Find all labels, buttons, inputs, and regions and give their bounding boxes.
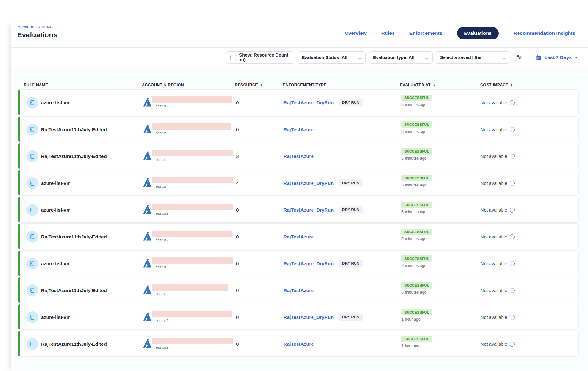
filter-settings-button[interactable]: [513, 52, 525, 63]
redacted-account-name: [152, 284, 228, 291]
cost-impact: Not available i: [481, 251, 515, 276]
redacted-account-name: [152, 311, 232, 317]
table-row[interactable]: RajTestAzure11thJuly-Edited eastus2 0 Ra…: [18, 116, 579, 142]
info-icon[interactable]: i: [510, 181, 515, 186]
rule-name: RajTestAzure11thJuly-Edited: [41, 143, 107, 169]
cost-impact: Not available i: [481, 197, 515, 223]
col-cost-impact[interactable]: COST IMPACT ▲▼: [480, 83, 513, 87]
tab-enforcements[interactable]: Enforcements: [409, 30, 442, 36]
azure-icon: [142, 178, 152, 188]
enforcement-link[interactable]: RajTestAzure: [283, 224, 314, 249]
resource-count: 0: [236, 277, 239, 303]
policy-icon: [26, 204, 38, 216]
show-resource-count-label: Show: Resource Count > 0: [239, 52, 290, 63]
table-row[interactable]: RajTestAzure11thJuly-Edited eastus 0 Raj…: [18, 277, 579, 303]
table-row[interactable]: azure-list-vm eastus2 0 RajTestAzure_Dry…: [18, 89, 579, 115]
rule-name: RajTestAzure11thJuly-Edited: [41, 117, 107, 142]
table-row[interactable]: RajTestAzure11thJuly-Edited eastus2 0 Ra…: [18, 223, 579, 249]
col-resource[interactable]: RESOURCE ▲▼: [235, 83, 263, 87]
evaluated-time: 5 minutes ago: [401, 156, 427, 161]
info-icon[interactable]: i: [510, 100, 515, 105]
cost-impact-text: Not available: [481, 288, 507, 293]
tab-overview[interactable]: Overview: [345, 30, 367, 36]
tab-evaluations[interactable]: Evaluations: [457, 27, 499, 39]
cost-impact: Not available i: [481, 277, 515, 303]
page: Account: CCM-NG Evaluations Overview Rul…: [0, 0, 588, 371]
breadcrumb[interactable]: Account: CCM-NG: [18, 25, 53, 29]
evaluation-status-dropdown[interactable]: Evaluation Status: All ⌄: [298, 51, 366, 64]
info-icon[interactable]: i: [510, 261, 515, 266]
enforcement-link[interactable]: RajTestAzure: [283, 277, 314, 303]
info-icon[interactable]: i: [510, 315, 515, 320]
enforcement-link[interactable]: RajTestAzure_DryRun: [283, 90, 334, 115]
info-icon[interactable]: i: [510, 234, 515, 239]
cost-impact-text: Not available: [481, 100, 507, 105]
region-label: eastus2: [156, 104, 168, 108]
evaluations-table: RULE NAME ACCOUNT & REGION RESOURCE ▲▼ E…: [11, 67, 588, 371]
row-status-accent: [18, 90, 20, 115]
table-row[interactable]: azure-list-vm eastus 0 RajTestAzure_DryR…: [18, 250, 579, 276]
sliders-icon: [515, 54, 522, 61]
info-icon[interactable]: i: [510, 288, 515, 293]
cost-impact-text: Not available: [481, 315, 507, 320]
rule-name: RajTestAzure11thJuly-Edited: [41, 224, 107, 249]
show-resource-count-filter[interactable]: Show: Resource Count > 0: [226, 51, 294, 64]
status-badge: SUCCESSFUL: [401, 121, 432, 128]
region-label: eastus2: [156, 131, 168, 135]
table-rows: azure-list-vm eastus2 0 RajTestAzure_Dry…: [18, 89, 579, 358]
date-range-picker[interactable]: Last 7 Days ▼: [535, 55, 578, 61]
row-status-accent: [18, 224, 20, 249]
table-row[interactable]: azure-list-vm eastus2 0 RajTestAzure_Dry…: [18, 197, 579, 223]
info-icon[interactable]: i: [510, 127, 515, 132]
enforcement-link[interactable]: RajTestAzure_DryRun: [283, 251, 334, 276]
resource-count: 0: [236, 304, 239, 330]
filter-bar: Show: Resource Count > 0 Evaluation Stat…: [11, 48, 578, 67]
region-label: eastus2: [156, 345, 168, 349]
redacted-account-name: [152, 338, 233, 344]
table-row[interactable]: azure-list-vm eastus 4 RajTestAzure_DryR…: [18, 170, 579, 196]
status-badge: SUCCESSFUL: [401, 95, 432, 101]
cost-impact-text: Not available: [481, 234, 507, 239]
dry-run-badge: DRY RUN: [339, 179, 363, 186]
table-header: RULE NAME ACCOUNT & REGION RESOURCE ▲▼ E…: [11, 83, 588, 90]
main-panel: Account: CCM-NG Evaluations Overview Rul…: [11, 21, 588, 371]
tab-rules[interactable]: Rules: [381, 30, 395, 36]
enforcement-link[interactable]: RajTestAzure_DryRun: [283, 197, 334, 223]
table-row[interactable]: RajTestAzure11thJuly-Edited eastus2 0 Ra…: [18, 331, 579, 357]
evaluation-type-dropdown[interactable]: Evaluation type: All ⌄: [369, 51, 433, 64]
col-enforcement-type: ENFORCEMENT/TYPE: [283, 83, 327, 87]
chevron-down-icon: ⌄: [353, 55, 362, 60]
region-label: eastus2: [156, 319, 168, 322]
azure-icon: [142, 231, 152, 241]
redacted-account-name: [152, 123, 231, 130]
azure-icon: [142, 124, 152, 134]
sort-icon[interactable]: ▲▼: [260, 83, 263, 87]
rule-name: azure-list-vm: [41, 170, 71, 196]
enforcement-link[interactable]: RajTestAzure_DryRun: [283, 170, 334, 196]
show-resource-count-checkbox[interactable]: [230, 55, 236, 60]
enforcement-link[interactable]: RajTestAzure: [283, 331, 314, 357]
info-icon[interactable]: i: [510, 342, 515, 347]
enforcement-link[interactable]: RajTestAzure: [283, 117, 314, 142]
policy-icon: [26, 177, 38, 189]
info-icon[interactable]: i: [510, 154, 515, 159]
rule-name: azure-list-vm: [41, 251, 71, 276]
resource-count: 0: [236, 117, 239, 142]
policy-icon: [26, 311, 38, 323]
enforcement-link[interactable]: RajTestAzure_DryRun: [283, 304, 334, 330]
table-row[interactable]: azure-list-vm eastus2 0 RajTestAzure_Dry…: [18, 304, 579, 330]
evaluated-time: 1 hour ago: [401, 344, 421, 348]
cost-impact-text: Not available: [481, 127, 507, 132]
enforcement-link[interactable]: RajTestAzure: [283, 143, 314, 169]
saved-filter-dropdown[interactable]: Select a saved filter ⌄: [436, 51, 510, 64]
resource-count: 0: [236, 224, 239, 249]
info-icon[interactable]: i: [510, 208, 515, 213]
sort-icon[interactable]: ▲▼: [511, 83, 513, 87]
status-badge: SUCCESSFUL: [401, 229, 432, 235]
cost-impact: Not available i: [481, 224, 515, 249]
tab-recommendation-insights[interactable]: Recommendation Insights: [513, 30, 575, 36]
sort-asc-icon[interactable]: ▲: [433, 83, 436, 87]
table-row[interactable]: RajTestAzure11thJuly-Edited eastus 3 Raj…: [18, 143, 579, 169]
col-evaluated-at[interactable]: EVALUATED AT ▲: [400, 83, 436, 87]
row-status-accent: [18, 143, 20, 169]
